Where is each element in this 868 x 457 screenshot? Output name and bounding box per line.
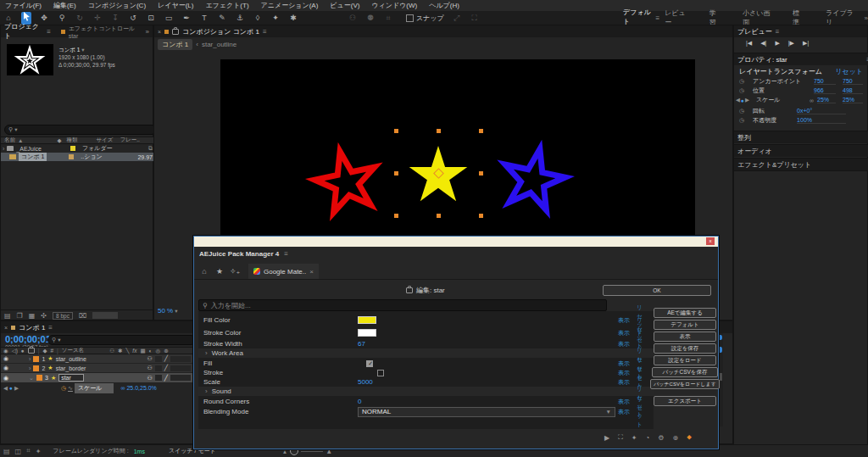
close-icon[interactable]: ×	[158, 29, 161, 35]
switch-cells[interactable]	[170, 356, 191, 362]
selected-property-name[interactable]: スケール	[75, 383, 114, 393]
blending-mode-dropdown[interactable]: NORMAL ▼	[358, 407, 615, 417]
export-button[interactable]: エクスポート	[654, 396, 716, 406]
layer-name[interactable]: star_outline	[56, 356, 86, 362]
tab-audio[interactable]: オーディオ	[737, 147, 772, 156]
brush-tool-icon[interactable]: ✎	[217, 12, 227, 24]
prev-frame-icon[interactable]: ◀|	[760, 40, 766, 47]
dialog-menu-icon[interactable]: ≡	[284, 250, 288, 258]
tab-preview[interactable]: プレビュー	[737, 27, 772, 36]
dialog-search-input[interactable]: ⚲ 入力を開始...	[198, 299, 607, 311]
layer-row-3-selected[interactable]: ◉ ⌄ 3 ★ star ⚇ ╱	[1, 373, 193, 383]
source-name-column[interactable]: ソース名	[62, 347, 84, 354]
anchor-y-value[interactable]: 750	[843, 78, 863, 85]
threed-column-icon[interactable]: ⊕	[164, 348, 168, 354]
new-folder-icon[interactable]: ❐	[17, 312, 23, 320]
layer-label-chip[interactable]	[33, 365, 39, 371]
label-color-chip[interactable]	[69, 154, 74, 159]
tab-close-icon[interactable]: ×	[309, 268, 314, 276]
tab-effect-controls[interactable]: エフェクトコントロール star	[69, 25, 142, 39]
prev-keyframe-icon[interactable]: ◀	[736, 97, 740, 103]
snap-checkbox[interactable]	[406, 14, 414, 22]
adjust-icon[interactable]: ✣	[41, 312, 47, 320]
show-link[interactable]: 表示	[618, 340, 630, 348]
switch-cell[interactable]	[155, 365, 162, 371]
motion-blur-column-icon[interactable]: ◐	[149, 348, 153, 354]
layer-name[interactable]: star_border	[56, 365, 86, 371]
show-link[interactable]: 表示	[618, 369, 630, 377]
load-settings-button[interactable]: 設定をロード	[654, 355, 716, 365]
new-sparkle-icon[interactable]: ✧₊	[230, 265, 240, 277]
number-column-label[interactable]: #	[50, 348, 53, 354]
twirl-icon[interactable]: ›	[29, 365, 31, 371]
project-panel-menu-icon[interactable]: ≡	[47, 28, 51, 36]
orbit-camera-tool-icon[interactable]: ↻	[75, 12, 85, 24]
layer-row-1[interactable]: ◉ › 1 ★ star_outline ⚇ ╱	[1, 354, 193, 364]
settings-gear-icon[interactable]: ⚙	[658, 434, 664, 442]
snap-toggle[interactable]: スナップ	[406, 14, 444, 23]
twirl-icon[interactable]: ›	[205, 387, 208, 395]
eye-icon[interactable]: ◉	[3, 365, 8, 371]
stroke-color-swatch[interactable]	[358, 329, 376, 337]
transform-reset-link[interactable]: リセット	[835, 67, 863, 76]
scale-x-value[interactable]: 25%	[817, 97, 836, 103]
pen-tool-icon[interactable]: ✒	[181, 12, 192, 24]
label-column-icon[interactable]: ◆	[42, 348, 47, 354]
frame-blend-master-icon[interactable]: ⌗	[26, 447, 31, 455]
switch-cells[interactable]	[170, 375, 191, 381]
pack-tab[interactable]: Google Mate.. ×	[248, 264, 319, 279]
project-tab-overflow-icon[interactable]: »	[146, 28, 149, 36]
project-row-folder[interactable]: › _AEJuice フォルダー ⧉	[1, 144, 154, 153]
save-batch-csv-button[interactable]: バッチCSVを保存	[652, 367, 718, 377]
puppet-pin-tool-icon[interactable]: ✱	[288, 12, 298, 24]
timeline-search-input[interactable]: ⚲▾	[47, 335, 196, 345]
roto-brush-tool-icon[interactable]: ✦	[270, 12, 281, 24]
quality-toggle-icon[interactable]: ╱	[164, 365, 168, 371]
keyframe-icon[interactable]: ●	[9, 385, 13, 391]
first-frame-icon[interactable]: |◀	[746, 40, 752, 47]
last-frame-icon[interactable]: ▶|	[803, 40, 809, 47]
dialog-os-titlebar[interactable]: x	[194, 237, 718, 247]
adjustment-column-icon[interactable]: ◎	[155, 348, 160, 354]
fill-checkbox[interactable]	[366, 360, 373, 367]
play-icon[interactable]: ▶	[775, 40, 779, 47]
zoom-level-value[interactable]: 50 %	[158, 307, 173, 315]
link-icon[interactable]: ∞	[810, 98, 814, 103]
lock-icon[interactable]	[172, 29, 179, 35]
project-row-name[interactable]: _AEJuice	[16, 146, 42, 152]
refresh-icon[interactable]: ⊕	[672, 434, 678, 442]
prev-keyframe-icon[interactable]: ◀	[3, 385, 8, 392]
menu-animation[interactable]: アニメーション(A)	[261, 1, 319, 10]
frame-fit-icon[interactable]: ⛶	[618, 433, 623, 442]
menu-layer[interactable]: レイヤー(L)	[158, 1, 193, 10]
shy-toggle-icon[interactable]: ⚇	[147, 375, 153, 382]
tab-properties[interactable]: プロパティ: star	[737, 55, 787, 64]
show-link[interactable]: 表示	[618, 398, 630, 406]
tag-column-icon[interactable]: ◆	[57, 137, 61, 144]
align-panel-header[interactable]: 整列	[734, 131, 868, 143]
video-column-icon[interactable]: ◉	[3, 348, 8, 354]
round-corners-value[interactable]: 0	[358, 398, 361, 405]
label-color-chip[interactable]	[70, 146, 75, 151]
tab-timeline-comp[interactable]: コンポ 1	[19, 323, 45, 332]
selection-handle[interactable]	[394, 129, 398, 133]
shy-column-icon[interactable]: ⚇	[109, 348, 114, 354]
stroke-width-value[interactable]: 67	[358, 340, 365, 348]
selection-handle[interactable]	[479, 214, 483, 218]
type-tool-icon[interactable]: T	[199, 12, 209, 24]
close-icon[interactable]: ×	[4, 325, 8, 331]
group-sound[interactable]: › Sound	[198, 387, 654, 396]
menu-composition[interactable]: コンポジション(C)	[88, 1, 146, 10]
menu-file[interactable]: ファイル(F)	[5, 1, 42, 10]
eraser-tool-icon[interactable]: ◊	[253, 12, 263, 24]
switch-cells[interactable]	[170, 365, 191, 371]
quality-column-icon[interactable]: ╲	[125, 348, 129, 354]
col-size[interactable]: サイズ	[96, 137, 113, 144]
switch-cell[interactable]	[155, 375, 162, 381]
breadcrumb-comp[interactable]: コンポ 1	[158, 39, 192, 50]
switch-cell[interactable]	[155, 356, 162, 362]
menu-effect[interactable]: エフェクト(T)	[205, 1, 248, 10]
show-link[interactable]: 表示	[618, 359, 630, 368]
selection-handle[interactable]	[394, 214, 398, 218]
audio-column-icon[interactable]: ◁)	[12, 348, 18, 354]
